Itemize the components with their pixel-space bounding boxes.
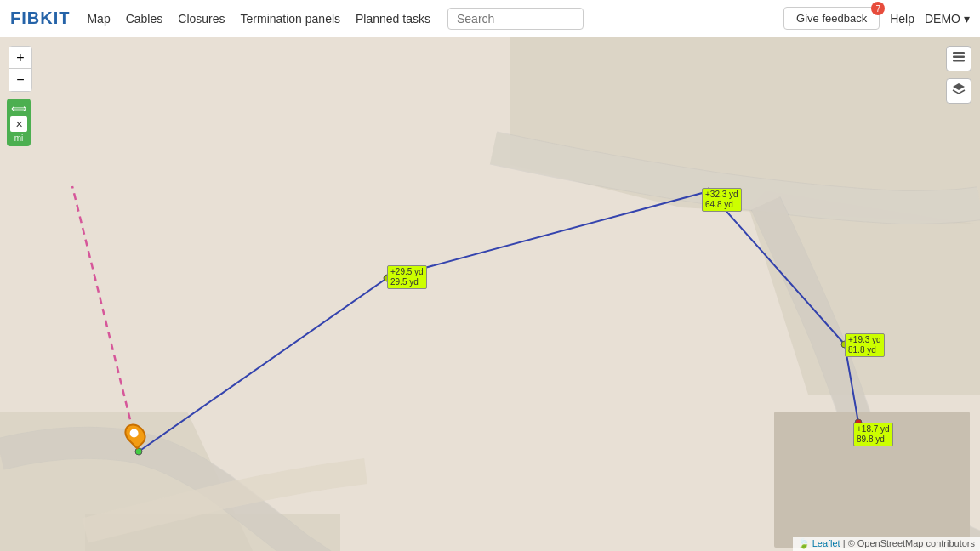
cable-label-4: +18.7 yd 89.8 yd <box>853 423 893 446</box>
map-svg <box>0 37 980 551</box>
nav-map[interactable]: Map <box>87 12 110 26</box>
svg-rect-12 <box>953 56 965 59</box>
demo-label: DEMO <box>925 12 960 26</box>
nav-closures[interactable]: Closures <box>178 12 225 26</box>
cable-label-3: +19.3 yd 81.8 yd <box>845 333 885 357</box>
location-marker <box>126 423 145 446</box>
nav-planned-tasks[interactable]: Planned tasks <box>356 12 430 26</box>
search-input[interactable] <box>447 8 584 30</box>
chevron-down-icon: ▾ <box>964 12 970 26</box>
layer-button-1[interactable] <box>946 46 971 71</box>
attribution: 🍃 Leaflet | © OpenStreetMap contributors <box>793 537 980 551</box>
cable-label-2: +32.3 yd 64.8 yd <box>702 188 742 212</box>
ruler-icon[interactable]: ⟺ <box>11 102 27 115</box>
measure-unit-label: mi <box>14 133 24 143</box>
feedback-button[interactable]: Give feedback 7 <box>783 7 880 30</box>
notification-badge: 7 <box>871 2 885 15</box>
svg-rect-11 <box>953 60 965 62</box>
brand-logo: FIBKIT <box>10 9 70 28</box>
measure-controls: ⟺ ✕ mi <box>7 99 31 146</box>
layers-stack-icon <box>951 82 966 100</box>
navbar: FIBKIT Map Cables Closures Termination p… <box>0 0 980 37</box>
help-link[interactable]: Help <box>890 12 914 26</box>
layers-icon <box>951 49 966 68</box>
svg-marker-14 <box>953 83 965 90</box>
feedback-label: Give feedback <box>796 12 867 25</box>
osm-attribution: © OpenStreetMap contributors <box>848 538 975 548</box>
leaflet-link[interactable]: Leaflet <box>812 538 840 548</box>
nav-termination-panels[interactable]: Termination panels <box>241 12 341 26</box>
demo-dropdown[interactable]: DEMO ▾ <box>925 12 970 26</box>
zoom-controls: + − <box>9 46 32 92</box>
zoom-in-button[interactable]: + <box>9 47 31 69</box>
zoom-out-button[interactable]: − <box>9 69 31 91</box>
nav-cables[interactable]: Cables <box>126 12 163 26</box>
svg-rect-13 <box>953 52 965 54</box>
measure-clear-button[interactable]: ✕ <box>10 116 27 132</box>
right-section: Give feedback 7 Help DEMO ▾ <box>783 7 970 30</box>
map-area[interactable]: +29.5 yd 29.5 yd +32.3 yd 64.8 yd +19.3 … <box>0 37 980 551</box>
layer-button-2[interactable] <box>946 78 971 104</box>
nav-links: Map Cables Closures Termination panels P… <box>87 12 430 26</box>
cable-label-1: +29.5 yd 29.5 yd <box>387 265 427 289</box>
